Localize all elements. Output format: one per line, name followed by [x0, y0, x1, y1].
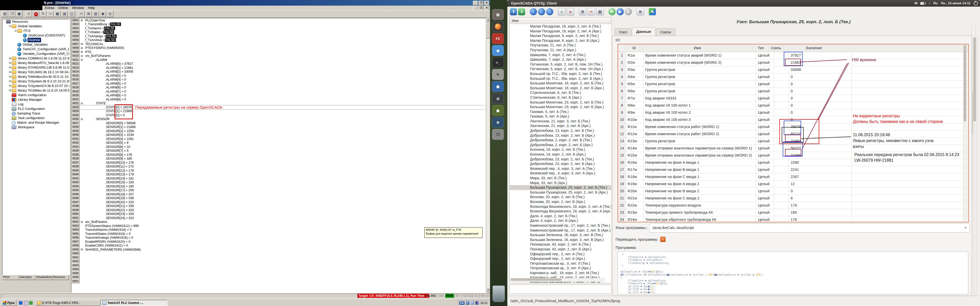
minimize-icon[interactable]: _: [473, 1, 478, 5]
open-file-icon-icon[interactable]: ❒: [9, 11, 15, 17]
tray-network-icon[interactable]: [476, 301, 479, 305]
editor-line[interactable]: 0039 .SENSOR[12] = 178: [72, 168, 486, 173]
io-registers-table[interactable]: Id Имя Тип Связь Значение 1 R1w Время из…: [617, 44, 969, 222]
tree-item[interactable]: ⊞ library ModbusRTU_New.lib 1.6.09 10:08…: [3, 61, 69, 65]
table-row[interactable]: 24 R24w Температура обратного трубопрово…: [618, 216, 968, 222]
node-item[interactable]: Вяземский пер., 4, корп. 3, лит. А (Тек.…: [510, 166, 611, 171]
node-item[interactable]: Газовая, 5, лит. А (Арх.): [510, 114, 611, 119]
tree-item[interactable]: Resources: [3, 19, 69, 24]
node-item[interactable]: Вяземский пер., 4, корп. 3, лит. А (Арх.…: [510, 171, 611, 176]
editor-line[interactable]: 0061: [72, 255, 486, 260]
expander-icon[interactable]: ⊞: [8, 56, 12, 61]
table-row[interactable]: 12 R12w Время изменения статуса работ (W…: [618, 130, 968, 138]
taskbar-window-twincat[interactable]: TwinCAT PLC Control -...: [100, 300, 167, 306]
editor-line[interactable]: 0034 .SENSOR[7] = 5: [72, 149, 486, 153]
editor-line[interactable]: 0023 .STATE[0] = 26079: [72, 105, 486, 109]
node-item[interactable]: Большая Монетная, 18, корп. 2, лит. Б (Т…: [510, 81, 611, 86]
launcher-firefox-icon[interactable]: [492, 21, 504, 32]
tree-item[interactable]: Log: [3, 102, 69, 106]
node-item[interactable]: Гатчинская, 5, корп. 2, лит. Б, пом. 1Н …: [510, 67, 611, 71]
tree-item[interactable]: Sampling Trace: [3, 111, 69, 116]
download-plc-icon-icon[interactable]: ⇓: [25, 11, 32, 17]
node-item[interactable]: Даля, 4, корп. 2, лит. Б (Тек.): [510, 214, 611, 219]
node-item[interactable]: Большая Монетная, 23, корп. 2, лит. Б (А…: [510, 105, 611, 109]
node-item[interactable]: Офицерский пер., 2, лит. А (Арх.): [510, 256, 611, 261]
tree-item[interactable]: Variable_Configuration (VAR_CONFIG): [3, 52, 69, 56]
tree-item[interactable]: Watch- and Recipe Manager: [3, 120, 69, 125]
table-row[interactable]: 2 R2w Время изменения статуса аварий (WO…: [618, 59, 968, 66]
cut-icon[interactable]: ✂: [587, 8, 595, 16]
vca-icon[interactable]: ✎: [649, 8, 656, 15]
launcher-viewer-icon[interactable]: ❒: [492, 129, 504, 140]
editor-line[interactable]: 0065: [72, 271, 486, 275]
find-icon-icon[interactable]: ◉: [100, 11, 106, 17]
editor-line[interactable]: 0052 ⊞ arc_BufParams: [72, 220, 486, 224]
restore-icon[interactable]: ❐: [479, 1, 484, 5]
scroll-down-icon[interactable]: ▼: [486, 288, 490, 292]
node-item[interactable]: Плуталова, 21, лит. А (Тек.): [510, 43, 611, 48]
eraser-icon-icon[interactable]: ✎: [40, 11, 46, 17]
menu-item[interactable]: Window: [70, 6, 86, 10]
table-row[interactable]: 18 R18w Напряжение на фазе С ввода 1 Цел…: [618, 173, 968, 181]
quicklaunch-media-icon[interactable]: [29, 301, 33, 305]
editor-line[interactable]: 0063: [72, 263, 486, 268]
quicklaunch-desktop-icon[interactable]: [24, 301, 28, 305]
line-expander-icon[interactable]: ⊟: [81, 117, 85, 121]
tree-item[interactable]: GlobVar: [3, 38, 69, 42]
launcher-terminal-icon[interactable]: >_: [492, 57, 504, 68]
editor-line[interactable]: 0007 ⊞ TECHNICAL: [72, 42, 486, 46]
node-item[interactable]: Каменноостровский пр., 17, корп. 2, лит.…: [510, 228, 611, 233]
expander-icon[interactable]: ⊞: [8, 84, 12, 88]
stop-st-icon-icon[interactable]: ST: [33, 11, 39, 17]
node-item[interactable]: Большой пр. П.С., 35в, корп. 2, лит. Б (…: [510, 76, 611, 81]
editor-line[interactable]: 0018 .ALARM[6] = 0: [72, 86, 486, 90]
back-icon[interactable]: ←: [538, 8, 545, 15]
node-item[interactable]: Мира, 33, лит. Б (Тек.): [510, 176, 611, 181]
find-next-icon-icon[interactable]: ◎: [107, 11, 113, 17]
node-item[interactable]: Большая Пушкарская, 25, корп. 2, лит. Б …: [510, 190, 611, 195]
node-item[interactable]: Даля, 4, корп. 2, лит. Б (Арх.): [510, 218, 611, 223]
tree-item[interactable]: Alarm configuration: [3, 93, 69, 97]
editor-line[interactable]: 0062: [72, 260, 486, 264]
twincat-titlebar[interactable]: N.pro - [GlobVar] _ ❐ ✕: [0, 0, 490, 6]
editor-scrollbar[interactable]: ▲ ▼: [486, 18, 490, 292]
node-item[interactable]: Петропавловская кр., 3, лит. Л (Тек.): [510, 261, 611, 266]
desktop-glass-icon[interactable]: [493, 285, 505, 302]
table-row[interactable]: 13 R13w Группа регистров Целый 21881: [618, 138, 968, 145]
editor-line[interactable]: 0056 TransmitAnalogs (%MW2418) = 0: [72, 236, 486, 240]
menu-item[interactable]: Extras: [43, 6, 56, 10]
node-item[interactable]: Добролюбова, 23, корп. 2, лит. Б (Арх.): [510, 162, 611, 166]
node-item[interactable]: Шамшева, 7, корп. 2, лит. А (Арх.): [510, 57, 611, 62]
editor-line[interactable]: 0035 .SENSOR[8] = 176: [72, 153, 486, 157]
manual-icon[interactable]: ≣: [636, 8, 644, 16]
tree-item[interactable]: ⊟ ПТЭ: [3, 29, 69, 33]
start-button[interactable]: Пуск: [1, 300, 16, 306]
node-item[interactable]: Петропавловская кр., 3, лит. Л (Арх.): [510, 266, 611, 271]
tree-item[interactable]: Library Manager: [3, 97, 69, 102]
node-item[interactable]: Всеволода Вишневского, 18, корп. 2, лит.…: [510, 209, 611, 214]
refresh-icon[interactable]: ⟳: [608, 8, 616, 15]
launcher-editor-icon[interactable]: ✎: [492, 69, 504, 80]
editor-line[interactable]: 0033 .SENSOR[6] = 10: [72, 145, 486, 149]
view-tab[interactable]: Data types: [19, 275, 36, 280]
tree-column-header[interactable]: Имя: [510, 17, 611, 24]
node-item[interactable]: Воскова, 20, корп. 2, лит. Б (Тек.): [510, 195, 611, 200]
tree-item[interactable]: ⊞ library TcKL6401.lib 18.2.10 08:24:48:…: [3, 70, 69, 75]
editor-line[interactable]: 0014 .ALARM[2] = 33008: [72, 70, 486, 74]
paste-icon[interactable]: ▥: [596, 8, 604, 16]
table-scrollbar[interactable]: [963, 44, 967, 221]
node-item[interactable]: Добролюбова, 13, корп. 2, лит. Б (Тек.): [510, 128, 611, 133]
expander-icon[interactable]: ⊞: [8, 79, 12, 84]
node-item[interactable]: Большая Монетная, 18, корп. 2, лит. Б (А…: [510, 86, 611, 90]
editor-line[interactable]: 0028 .SENSOR[1] = 21886: [72, 125, 486, 129]
table-row[interactable]: 1 R1w Время изменения статуса аварий (WO…: [618, 52, 968, 59]
table-row[interactable]: 23 R23w Температура прямого трубопровода…: [618, 209, 968, 216]
editor-line[interactable]: 0044 .SENSOR[17] = 206: [72, 189, 486, 192]
table-row[interactable]: 17 R17w Напряжение на фазе В ввода 1 Цел…: [618, 166, 968, 173]
tree-item[interactable]: TwinCAT_Configuration (VAR_CONFIG): [3, 47, 69, 52]
table-row[interactable]: 5 R5w Группа регистров Целый 0: [618, 81, 968, 88]
node-item[interactable]: Добролюбова, 2, корп. 2, лит. Б (Тек.): [510, 138, 611, 143]
battery-icon[interactable]: [920, 2, 925, 5]
library-find-icon-icon[interactable]: ◫: [68, 11, 75, 17]
load-icon[interactable]: ⇑: [510, 8, 517, 15]
